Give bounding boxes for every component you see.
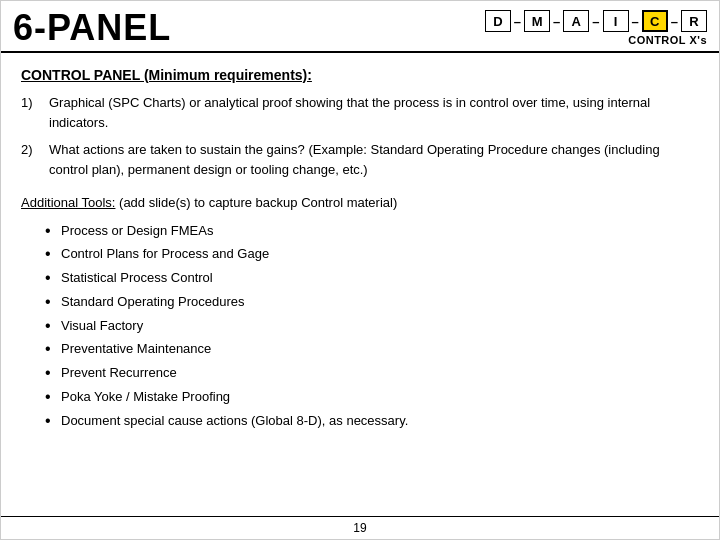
bullet-dot: •	[45, 292, 61, 313]
list-item: • Visual Factory	[45, 316, 699, 337]
list-item: 1) Graphical (SPC Charts) or analytical …	[21, 93, 699, 132]
bullet-text: Standard Operating Procedures	[61, 292, 245, 312]
dmai-r: R	[681, 10, 707, 32]
list-item: • Prevent Recurrence	[45, 363, 699, 384]
bullet-text: Visual Factory	[61, 316, 143, 336]
dmai-c-active: C	[642, 10, 668, 32]
bullet-dot: •	[45, 244, 61, 265]
list-item: • Control Plans for Process and Gage	[45, 244, 699, 265]
bullet-dot: •	[45, 339, 61, 360]
page-number: 19	[353, 521, 366, 535]
page: 6-PANEL D – M – A – I – C – R CO	[0, 0, 720, 540]
item-text: Graphical (SPC Charts) or analytical pro…	[49, 93, 699, 132]
list-item: • Document special cause actions (Global…	[45, 411, 699, 432]
page-title: 6-PANEL	[13, 7, 171, 49]
dmai-m: M	[524, 10, 550, 32]
bullet-dot: •	[45, 387, 61, 408]
bullet-text: Preventative Maintenance	[61, 339, 211, 359]
sep4: –	[632, 14, 639, 29]
list-item: • Standard Operating Procedures	[45, 292, 699, 313]
list-item: • Statistical Process Control	[45, 268, 699, 289]
bullet-dot: •	[45, 221, 61, 242]
additional-tools-line: Additional Tools: (add slide(s) to captu…	[21, 193, 699, 213]
numbered-list: 1) Graphical (SPC Charts) or analytical …	[21, 93, 699, 179]
list-item: • Process or Design FMEAs	[45, 221, 699, 242]
bullet-text: Statistical Process Control	[61, 268, 213, 288]
sep5: –	[671, 14, 678, 29]
bullet-text: Document special cause actions (Global 8…	[61, 411, 408, 431]
bullet-dot: •	[45, 411, 61, 432]
footer: 19	[1, 516, 719, 539]
item-number: 1)	[21, 93, 49, 132]
sep3: –	[592, 14, 599, 29]
header: 6-PANEL D – M – A – I – C – R CO	[1, 1, 719, 53]
sep1: –	[514, 14, 521, 29]
bullet-dot: •	[45, 363, 61, 384]
bullet-text: Control Plans for Process and Gage	[61, 244, 269, 264]
bullet-list: • Process or Design FMEAs • Control Plan…	[45, 221, 699, 432]
bullet-text: Process or Design FMEAs	[61, 221, 213, 241]
control-xs-label: CONTROL X's	[628, 34, 707, 46]
bullet-text: Poka Yoke / Mistake Proofing	[61, 387, 230, 407]
dmai-row: D – M – A – I – C – R	[485, 10, 707, 32]
dmai-d: D	[485, 10, 511, 32]
main-content: CONTROL PANEL (Minimum requirements): 1)…	[1, 53, 719, 516]
panel-title: CONTROL PANEL (Minimum requirements):	[21, 67, 699, 83]
list-item: • Poka Yoke / Mistake Proofing	[45, 387, 699, 408]
additional-tools-suffix: (add slide(s) to capture backup Control …	[115, 195, 397, 210]
sep2: –	[553, 14, 560, 29]
list-item: 2) What actions are taken to sustain the…	[21, 140, 699, 179]
list-item: • Preventative Maintenance	[45, 339, 699, 360]
dmai-i: I	[603, 10, 629, 32]
dmai-a: A	[563, 10, 589, 32]
bullet-dot: •	[45, 316, 61, 337]
bullet-text: Prevent Recurrence	[61, 363, 177, 383]
bullet-dot: •	[45, 268, 61, 289]
header-right: D – M – A – I – C – R CONTROL X's	[485, 10, 707, 46]
item-number: 2)	[21, 140, 49, 179]
additional-tools-label: Additional Tools:	[21, 195, 115, 210]
item-text: What actions are taken to sustain the ga…	[49, 140, 699, 179]
